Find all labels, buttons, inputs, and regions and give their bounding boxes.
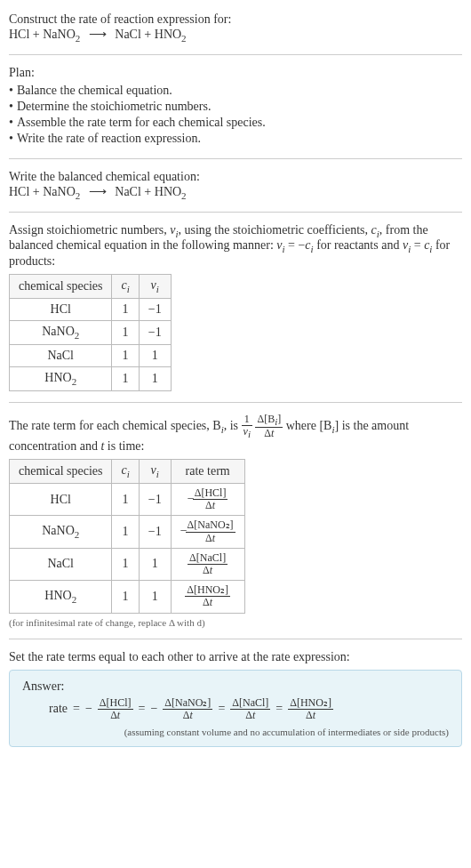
table-header: νi <box>139 460 171 484</box>
rate-term-section: The rate term for each chemical species,… <box>9 408 462 633</box>
set-equal-text: Set the rate terms equal to each other t… <box>9 650 462 664</box>
table-header-row: chemical species ci νi rate term <box>10 460 245 484</box>
table-row: HCl 1 −1 <box>10 298 172 320</box>
table-header: ci <box>112 460 139 484</box>
reactant1: HCl <box>9 28 29 41</box>
product2: HNO2 <box>155 28 187 41</box>
species-cell: NaCl <box>10 344 112 366</box>
product1: NaCl <box>115 28 141 41</box>
arrow-icon: ⟶ <box>84 28 112 41</box>
rate-fraction: 1νi <box>242 414 252 440</box>
table-header: νi <box>139 275 171 299</box>
nu-cell: 1 <box>139 581 171 613</box>
rate-fraction: Δ[Bi]Δt <box>255 414 283 440</box>
rate-expression: rate = − Δ[HCl]Δt = − Δ[NaNO₂]Δt = Δ[NaC… <box>22 697 449 721</box>
answer-label: Answer: <box>22 679 449 694</box>
set-equal-section: Set the rate terms equal to each other t… <box>9 645 462 752</box>
rate-fraction: Δ[NaCl]Δt <box>230 697 270 721</box>
c-cell: 1 <box>112 516 139 548</box>
species-cell: HCl <box>10 484 112 516</box>
plan-list: •Balance the chemical equation. •Determi… <box>9 84 462 146</box>
table-row: HNO2 1 1 <box>10 366 172 390</box>
rate-text: rate <box>49 702 68 716</box>
species-cell: HNO2 <box>10 366 112 390</box>
nu-cell: 1 <box>139 548 171 580</box>
bullet-icon: • <box>9 84 17 97</box>
nu-cell: −1 <box>139 298 171 320</box>
bullet-icon: • <box>9 100 17 113</box>
nu-cell: 1 <box>139 344 171 366</box>
rate-cell: −Δ[HCl]Δt <box>171 484 244 516</box>
rate-term-table: chemical species ci νi rate term HCl 1 −… <box>9 459 245 613</box>
bullet-icon: • <box>9 132 17 145</box>
species-cell: HCl <box>10 298 112 320</box>
plan-item: •Balance the chemical equation. <box>9 84 462 98</box>
balanced-equation: HCl + NaNO2 ⟶ NaCl + HNO2 <box>9 184 462 201</box>
c-cell: 1 <box>112 320 139 344</box>
table-header: ci <box>112 275 139 299</box>
table-header: chemical species <box>10 460 112 484</box>
nu-cell: −1 <box>139 484 171 516</box>
nu-cell: −1 <box>139 516 171 548</box>
divider <box>9 158 462 159</box>
rate-fraction: Δ[HNO₂]Δt <box>288 697 333 721</box>
species-cell: NaCl <box>10 548 112 580</box>
table-row: NaCl 1 1 <box>10 344 172 366</box>
species-cell: NaNO2 <box>10 516 112 548</box>
rate-fraction: Δ[HCl]Δt <box>98 697 133 721</box>
c-cell: 1 <box>112 344 139 366</box>
c-cell: 1 <box>112 484 139 516</box>
answer-box: Answer: rate = − Δ[HCl]Δt = − Δ[NaNO₂]Δt… <box>9 670 462 747</box>
table-note: (for infinitesimal rate of change, repla… <box>9 617 462 628</box>
balanced-title: Write the balanced chemical equation: <box>9 170 462 184</box>
reactant2: NaNO2 <box>43 28 80 41</box>
table-row: NaNO2 1 −1 <box>10 320 172 344</box>
plan-section: Plan: •Balance the chemical equation. •D… <box>9 60 462 153</box>
plan-item: •Determine the stoichiometric numbers. <box>9 100 462 114</box>
table-row: HCl 1 −1 −Δ[HCl]Δt <box>10 484 245 516</box>
table-row: NaNO2 1 −1 −Δ[NaNO₂]Δt <box>10 516 245 548</box>
nu-cell: 1 <box>139 366 171 390</box>
problem-statement: Construct the rate of reaction expressio… <box>9 7 462 49</box>
answer-note: (assuming constant volume and no accumul… <box>22 727 449 737</box>
table-header: rate term <box>171 460 244 484</box>
nu-cell: −1 <box>139 320 171 344</box>
species-cell: NaNO2 <box>10 320 112 344</box>
bullet-icon: • <box>9 116 17 129</box>
plan-title: Plan: <box>9 66 462 80</box>
table-header-row: chemical species ci νi <box>10 275 172 299</box>
c-cell: 1 <box>112 581 139 613</box>
balanced-section: Write the balanced chemical equation: HC… <box>9 165 462 206</box>
c-cell: 1 <box>112 298 139 320</box>
problem-equation: HCl + NaNO2 ⟶ NaCl + HNO2 <box>9 27 462 44</box>
stoichiometric-table: chemical species ci νi HCl 1 −1 NaNO2 1 … <box>9 274 172 390</box>
table-row: HNO2 1 1 Δ[HNO₂]Δt <box>10 581 245 613</box>
table-row: NaCl 1 1 Δ[NaCl]Δt <box>10 548 245 580</box>
species-cell: HNO2 <box>10 581 112 613</box>
c-cell: 1 <box>112 366 139 390</box>
plan-item: •Assemble the rate term for each chemica… <box>9 116 462 130</box>
plan-item: •Write the rate of reaction expression. <box>9 132 462 146</box>
divider <box>9 639 462 639</box>
rate-cell: Δ[HNO₂]Δt <box>171 581 244 613</box>
rate-cell: −Δ[NaNO₂]Δt <box>171 516 244 548</box>
rate-fraction: Δ[NaNO₂]Δt <box>163 697 212 721</box>
problem-title: Construct the rate of reaction expressio… <box>9 12 462 27</box>
divider <box>9 402 462 403</box>
rate-cell: Δ[NaCl]Δt <box>171 548 244 580</box>
divider <box>9 212 462 213</box>
assign-section: Assign stoichiometric numbers, νi, using… <box>9 218 462 397</box>
table-header: chemical species <box>10 275 112 299</box>
c-cell: 1 <box>112 548 139 580</box>
divider <box>9 54 462 55</box>
arrow-icon: ⟶ <box>84 185 112 198</box>
